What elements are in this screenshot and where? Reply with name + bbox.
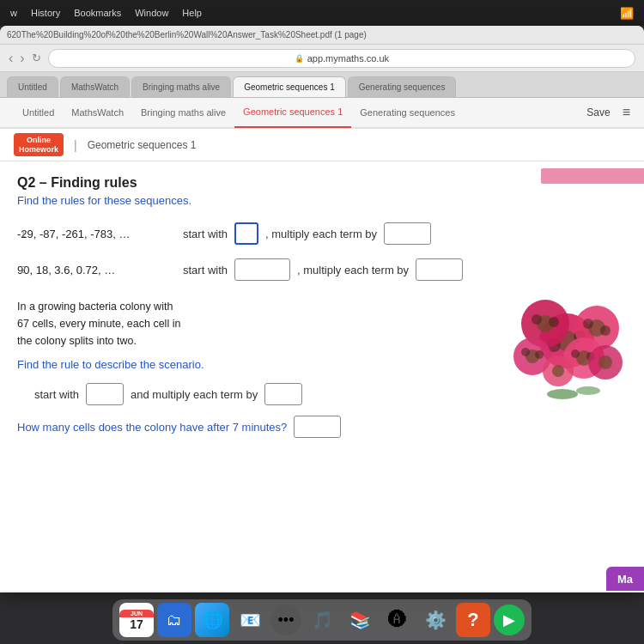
svg-point-11 bbox=[549, 317, 559, 327]
page-title-bar: 620The%20Building%20of%20the%20Berlin%20… bbox=[7, 30, 367, 39]
site-toolbar: Untitled MathsWatch Bringing maths alive… bbox=[0, 98, 644, 129]
row2-num: 2 bbox=[21, 264, 26, 275]
bacteria-multiply-input[interactable] bbox=[264, 383, 302, 405]
nav-geo1[interactable]: Geometric sequences 1 bbox=[234, 97, 351, 128]
dock-month: JUN bbox=[119, 610, 154, 617]
svg-point-19 bbox=[535, 350, 544, 359]
menu-bookmarks[interactable]: Bookmarks bbox=[74, 8, 121, 18]
dock-appstore[interactable]: 🅐 bbox=[380, 603, 415, 637]
row2-sequence: 90, 18, 3.6, 0.72, … bbox=[17, 264, 176, 276]
svg-point-14 bbox=[571, 349, 580, 358]
svg-point-25 bbox=[576, 386, 600, 395]
pink-highlight-bar bbox=[541, 168, 644, 184]
dock-browser[interactable]: 🌐 bbox=[195, 603, 229, 637]
url-bar: ‹ › ↻ 🔒 app.mymaths.co.uk bbox=[0, 45, 644, 72]
row1-num: 1 bbox=[21, 228, 26, 239]
nav-gen[interactable]: Generating sequences bbox=[351, 97, 464, 128]
tab-mathswatch[interactable]: MathsWatch bbox=[60, 76, 130, 97]
row2-start-input[interactable] bbox=[234, 258, 290, 281]
nav-mathswatch[interactable]: MathsWatch bbox=[63, 97, 132, 128]
nav-forward-icon[interactable]: › bbox=[20, 51, 24, 66]
svg-point-10 bbox=[532, 314, 542, 325]
url-text: app.mymaths.co.uk bbox=[307, 53, 389, 64]
bacteria-find-rule: Find the rule to describe the scenario. bbox=[17, 358, 476, 371]
row2-multiply-label: , multiply each term by bbox=[297, 264, 409, 276]
online-homework-badge: Online Homework bbox=[14, 133, 64, 157]
bacteria-start-row: start with and multiply each term by bbox=[17, 383, 476, 405]
bacteria-start-input[interactable] bbox=[86, 383, 124, 405]
row2-multiply-input[interactable] bbox=[416, 258, 463, 281]
tab-gen[interactable]: Generating sequences bbox=[348, 76, 457, 97]
row1-start-input[interactable] bbox=[234, 222, 258, 245]
browser-tabs: Untitled MathsWatch Bringing maths alive… bbox=[0, 72, 644, 98]
browser-menubar: 620The%20Building%20of%20the%20Berlin%20… bbox=[0, 26, 644, 45]
wifi-icon: 📶 bbox=[620, 7, 634, 20]
lock-icon: 🔒 bbox=[295, 54, 304, 63]
bacteria-section: In a growing bacteria colony with 67 cel… bbox=[17, 298, 627, 438]
tab-bringing[interactable]: Bringing maths alive bbox=[131, 76, 231, 97]
dock-books[interactable]: 📚 bbox=[343, 603, 377, 637]
menu-icon[interactable]: ≡ bbox=[617, 105, 630, 120]
row1-start-label: start with bbox=[183, 228, 228, 240]
svg-point-7 bbox=[600, 325, 611, 336]
dock-spotify[interactable]: ▶ bbox=[494, 605, 525, 635]
bacteria-cells-input[interactable] bbox=[294, 416, 341, 438]
ma-badge: Ma bbox=[606, 567, 644, 591]
dock-day: 17 bbox=[130, 617, 143, 631]
svg-point-18 bbox=[521, 348, 530, 356]
url-input[interactable]: 🔒 app.mymaths.co.uk bbox=[48, 49, 635, 68]
bacteria-cells-row: How many cells does the colony have afte… bbox=[17, 416, 476, 438]
nav-back-icon[interactable]: ‹ bbox=[9, 51, 13, 66]
dock-system[interactable]: ⚙️ bbox=[418, 603, 453, 637]
bacteria-start-label: start with bbox=[34, 388, 79, 401]
question-title: Q2 – Finding rules bbox=[17, 175, 627, 191]
mac-menubar: w History Bookmarks Window Help 📶 bbox=[0, 0, 644, 26]
dock-calendar[interactable]: JUN 17 bbox=[119, 603, 154, 637]
breadcrumb-separator: | bbox=[74, 138, 77, 152]
bacteria-and-label: and multiply each term by bbox=[131, 388, 258, 401]
breadcrumb-current: Geometric sequences 1 bbox=[88, 139, 197, 151]
question-subtitle: Find the rules for these sequences. bbox=[17, 194, 627, 207]
dock-music[interactable]: 🎵 bbox=[305, 603, 339, 637]
row1-multiply-input[interactable] bbox=[384, 222, 431, 245]
dock-more[interactable]: ••• bbox=[270, 605, 301, 635]
row1-sequence: -29, -87, -261, -783, … bbox=[17, 228, 176, 240]
bacteria-illustration bbox=[489, 298, 627, 438]
bacteria-text-area: In a growing bacteria colony with 67 cel… bbox=[17, 298, 476, 438]
menu-history[interactable]: History bbox=[31, 8, 60, 18]
page-header: Online Homework | Geometric sequences 1 bbox=[0, 129, 644, 161]
nav-bringing[interactable]: Bringing maths alive bbox=[132, 97, 234, 128]
main-content: Q2 – Finding rules Find the rules for th… bbox=[0, 161, 644, 591]
dock-question[interactable]: ? bbox=[456, 603, 490, 637]
row1-multiply-label: , multiply each term by bbox=[265, 228, 377, 240]
refresh-icon[interactable]: ↻ bbox=[32, 52, 41, 64]
save-button[interactable]: Save bbox=[580, 106, 617, 118]
menu-window[interactable]: Window bbox=[135, 8, 168, 18]
tab-untitled[interactable]: Untitled bbox=[7, 76, 58, 97]
dock-mail[interactable]: 📧 bbox=[233, 603, 267, 637]
dock: JUN 17 🗂 🌐 📧 ••• 🎵 📚 🅐 ⚙️ ? ▶ bbox=[112, 599, 532, 641]
svg-point-6 bbox=[583, 319, 593, 329]
menu-w[interactable]: w bbox=[10, 8, 17, 18]
svg-point-23 bbox=[552, 365, 564, 377]
tab-geo1[interactable]: Geometric sequences 1 bbox=[233, 76, 346, 97]
svg-point-21 bbox=[598, 355, 612, 369]
bacteria-cells-question: How many cells does the colony have afte… bbox=[17, 421, 287, 434]
poppies-svg bbox=[489, 298, 627, 401]
menu-help[interactable]: Help bbox=[182, 8, 202, 18]
sequence-row-1: 1 -29, -87, -261, -783, … start with , m… bbox=[17, 222, 627, 245]
dock-finder[interactable]: 🗂 bbox=[157, 603, 191, 637]
nav-untitled[interactable]: Untitled bbox=[14, 97, 63, 128]
svg-point-24 bbox=[547, 389, 578, 399]
bacteria-description: In a growing bacteria colony with 67 cel… bbox=[17, 298, 476, 349]
browser-window: 620The%20Building%20of%20the%20Berlin%20… bbox=[0, 26, 644, 592]
sequence-row-2: 2 90, 18, 3.6, 0.72, … start with , mult… bbox=[17, 258, 627, 281]
desktop: w History Bookmarks Window Help 📶 620The… bbox=[0, 0, 644, 644]
row2-start-label: start with bbox=[183, 264, 228, 276]
